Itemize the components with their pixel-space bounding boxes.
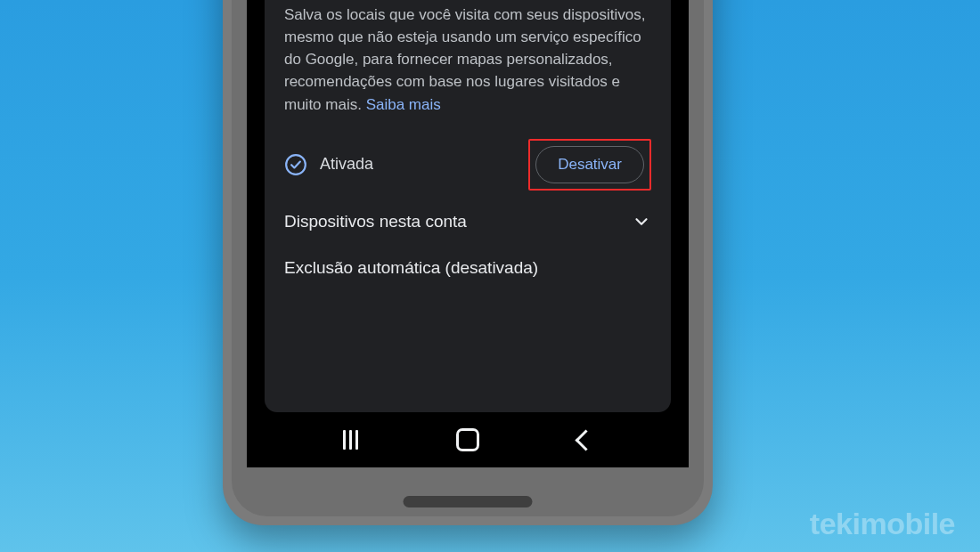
- description-text: Salva os locais que você visita com seus…: [284, 6, 645, 113]
- home-button[interactable]: [455, 427, 480, 452]
- highlight-annotation: Desativar: [528, 139, 651, 191]
- recents-button[interactable]: [338, 427, 363, 452]
- home-indicator: [404, 496, 533, 507]
- learn-more-link[interactable]: Saiba mais: [366, 96, 441, 113]
- check-circle-icon: [284, 153, 307, 176]
- watermark: tekimobile: [810, 507, 955, 541]
- status-indicator: Ativada: [284, 153, 373, 176]
- android-nav-bar: [247, 412, 689, 467]
- back-button[interactable]: [573, 427, 598, 452]
- phone-screen: Histórico de localização Salva os locais…: [247, 0, 689, 467]
- back-icon: [575, 429, 596, 451]
- phone-bezel: Histórico de localização Salva os locais…: [232, 0, 704, 516]
- auto-delete-row[interactable]: Exclusão automática (desativada): [284, 248, 651, 278]
- svg-point-0: [286, 155, 306, 175]
- phone-frame: Histórico de localização Salva os locais…: [223, 0, 713, 525]
- home-icon: [456, 428, 479, 451]
- devices-label: Dispositivos nesta conta: [284, 212, 467, 231]
- chevron-down-icon: [632, 212, 651, 231]
- devices-row[interactable]: Dispositivos nesta conta: [284, 191, 651, 248]
- recents-icon: [343, 430, 358, 450]
- section-description: Salva os locais que você visita com seus…: [284, 4, 651, 116]
- auto-delete-label: Exclusão automática (desativada): [284, 258, 538, 278]
- status-label: Ativada: [320, 155, 373, 174]
- location-history-card: Histórico de localização Salva os locais…: [265, 0, 671, 412]
- disable-button[interactable]: Desativar: [535, 146, 644, 183]
